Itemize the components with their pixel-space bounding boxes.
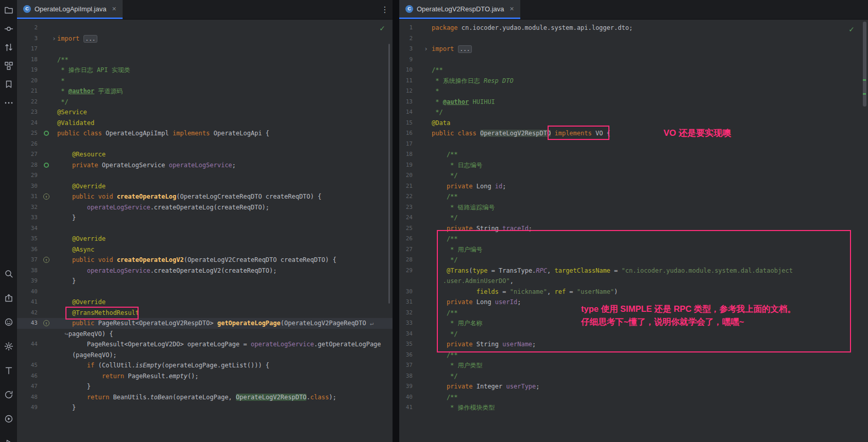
code-line[interactable]: 2 (399, 33, 868, 44)
code-line[interactable]: 43↑ public PageResult<OperateLogV2RespDT… (17, 318, 393, 329)
code-line[interactable]: 41 * 操作模块类型 (399, 402, 868, 413)
code-line[interactable]: 30 @Override (17, 181, 393, 192)
code-line[interactable]: 24 */ (399, 213, 868, 223)
code-line[interactable]: 27 @Resource (17, 149, 393, 160)
code-line[interactable]: 19 * 日志编号 (399, 160, 868, 171)
code-line[interactable]: 44 PageResult<OperateLogV2DO> operateLog… (17, 339, 393, 350)
code-line[interactable]: 47 } (17, 381, 393, 392)
code-line[interactable]: 26 /** (399, 234, 868, 244)
code-line[interactable]: 11 * 系统操作日志 Resp DTO (399, 76, 868, 86)
code-line[interactable]: 21 * @author 芋道源码 (17, 86, 393, 97)
code-line[interactable]: 28 */ (399, 255, 868, 266)
code-line[interactable]: 46 return PageResult.empty(); (17, 371, 393, 382)
code-line[interactable]: 34 */ (399, 329, 868, 340)
fold-chevron-icon[interactable]: › (423, 44, 429, 55)
code-line[interactable]: 31 private Long userId; (399, 297, 868, 308)
tab-operatelogv2respdto[interactable]: C OperateLogV2RespDTO.java × (399, 0, 520, 19)
tab-operatelogapiimpl[interactable]: C OperateLogApiImpl.java × (17, 0, 123, 19)
commit-icon[interactable] (1, 22, 16, 36)
code-line[interactable]: 3›import ... (17, 33, 393, 44)
code-line[interactable]: (pageReqVO); (17, 350, 393, 361)
code-line[interactable]: 21 private Long id; (399, 181, 868, 192)
editor-options-icon[interactable]: ⋮ (377, 0, 393, 19)
code-line[interactable]: 25 private String traceId; (399, 223, 868, 234)
profiler-icon[interactable] (1, 412, 16, 426)
code-line[interactable]: .user.AdminUserDO", (399, 276, 868, 287)
code-line[interactable]: 28 private OperateLogService operateLogS… (17, 160, 393, 171)
right-editor[interactable]: 1package cn.iocoder.yudao.module.system.… (399, 20, 868, 442)
code-line[interactable]: 48 return BeanUtils.toBean(operateLogPag… (17, 392, 393, 403)
left-editor[interactable]: 23›import ...1718/**19 * 操作日志 API 实现类20 … (17, 20, 393, 442)
code-line[interactable]: 22 */ (17, 97, 393, 108)
code-line[interactable]: 3›import ... (399, 44, 868, 55)
tab-close-icon[interactable]: × (510, 5, 514, 12)
override-gutter-icon[interactable]: ↑ (43, 320, 49, 326)
code-line[interactable]: 15@Data (399, 118, 868, 129)
code-line[interactable]: 17 (399, 139, 868, 150)
settings-gear-icon[interactable] (1, 339, 16, 353)
code-line[interactable]: 1package cn.iocoder.yudao.module.system.… (399, 23, 868, 33)
bookmarks-icon[interactable] (1, 77, 16, 92)
structure-icon[interactable] (1, 59, 16, 73)
feedback-smiley-icon[interactable] (1, 315, 16, 329)
code-line[interactable]: ↪pageReqVO) { (17, 329, 393, 340)
code-line[interactable]: 10/** (399, 65, 868, 76)
box-arrow-icon[interactable] (1, 291, 16, 305)
code-line[interactable]: 2 (17, 23, 393, 33)
code-line[interactable]: 23@Service (17, 107, 393, 118)
pane-divider[interactable] (393, 0, 399, 442)
code-line[interactable]: 39 private Integer userType; (399, 381, 868, 392)
code-line[interactable]: 40 (17, 287, 393, 297)
code-line[interactable]: 32 /** (399, 308, 868, 319)
tab-close-icon[interactable]: × (112, 5, 116, 12)
code-line[interactable]: 12 * (399, 86, 868, 97)
code-line[interactable]: 13 * @author HUIHUI (399, 97, 868, 108)
code-line[interactable]: 9 (399, 55, 868, 65)
code-line[interactable]: 14 */ (399, 107, 868, 118)
code-line[interactable]: 36 /** (399, 350, 868, 361)
code-line[interactable]: 40 /** (399, 392, 868, 403)
code-line[interactable]: 32 operateLogService.createOperateLog(cr… (17, 202, 393, 213)
code-line[interactable]: 41 @Override (17, 297, 393, 308)
code-line[interactable]: 37↑ public void createOperateLogV2(Opera… (17, 255, 393, 266)
search-icon[interactable] (1, 267, 16, 281)
todo-icon[interactable] (1, 363, 16, 378)
more-tools-icon[interactable] (1, 96, 16, 110)
code-line[interactable]: 26 (17, 139, 393, 150)
spring-bean-gutter-icon[interactable] (44, 131, 49, 136)
history-icon[interactable] (1, 387, 16, 402)
code-line[interactable]: 27 * 用户编号 (399, 244, 868, 255)
code-line[interactable]: 33 } (17, 213, 393, 223)
spring-bean-gutter-icon[interactable] (44, 163, 49, 168)
code-line[interactable]: 45 if (CollUtil.isEmpty(operateLogPage.g… (17, 360, 393, 371)
left-editor-scrollbar-thumb[interactable] (388, 44, 390, 304)
code-line[interactable]: 18 /** (399, 149, 868, 160)
project-folder-icon[interactable] (1, 3, 16, 17)
override-gutter-icon[interactable]: ↑ (43, 193, 49, 200)
code-line[interactable]: 38 operateLogService.createOperateLogV2(… (17, 266, 393, 276)
code-line[interactable]: 36 @Async (17, 244, 393, 255)
code-line[interactable]: 38 */ (399, 371, 868, 382)
inspections-ok-icon[interactable]: ✓ (379, 24, 385, 32)
override-gutter-icon[interactable]: ↑ (43, 257, 49, 263)
code-line[interactable]: 31↑ public void createOperateLog(Operate… (17, 191, 393, 202)
code-line[interactable]: 35 @Override (17, 234, 393, 244)
code-line[interactable]: 24@Validated (17, 118, 393, 129)
code-line[interactable]: 37 * 用户类型 (399, 360, 868, 371)
code-line[interactable]: 23 * 链路追踪编号 (399, 202, 868, 213)
code-line[interactable]: 29 (17, 170, 393, 181)
code-line[interactable]: 20 */ (399, 170, 868, 181)
code-line[interactable]: 34 (17, 223, 393, 234)
code-line[interactable]: 30 fields = "nickname", ref = "userName"… (399, 287, 868, 297)
code-line[interactable]: 17 (17, 44, 393, 55)
code-line[interactable]: 25public class OperateLogApiImpl impleme… (17, 128, 393, 139)
code-line[interactable]: 49 } (17, 402, 393, 413)
inspections-ok-icon[interactable]: ✓ (848, 25, 855, 33)
code-line[interactable]: 20 * (17, 76, 393, 86)
run-icon[interactable] (1, 436, 16, 442)
code-line[interactable]: 39 } (17, 276, 393, 287)
code-line[interactable]: 42 @TransMethodResult (17, 308, 393, 319)
code-line[interactable]: 18/** (17, 55, 393, 65)
code-line[interactable]: 16public class OperateLogV2RespDTO imple… (399, 128, 868, 139)
pull-requests-icon[interactable] (1, 40, 16, 55)
